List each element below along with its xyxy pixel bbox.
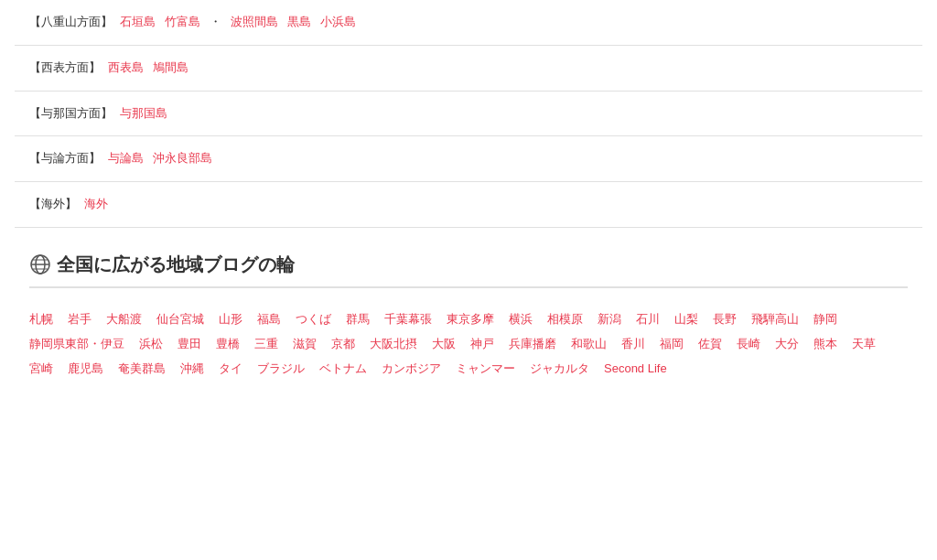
section-links-iriomote: 西表島鳩間島	[108, 59, 188, 78]
regional-link[interactable]: 天草	[852, 335, 876, 354]
section-label-iriomote: 【西表方面】	[29, 59, 101, 78]
regional-link[interactable]: 石川	[636, 310, 660, 329]
regional-link[interactable]: 鹿児島	[68, 360, 103, 379]
link-沖永良部島[interactable]: 沖永良部島	[153, 149, 212, 168]
link-海外[interactable]: 海外	[84, 195, 108, 214]
section-row-yoron: 【与論方面】与論島沖永良部島	[15, 136, 922, 182]
regional-link[interactable]: 福岡	[660, 335, 684, 354]
regional-link[interactable]: 浜松	[139, 335, 163, 354]
regional-link[interactable]: 大分	[775, 335, 799, 354]
regional-link[interactable]: 奄美群島	[118, 360, 166, 379]
regional-link[interactable]: ジャカルタ	[530, 360, 589, 379]
regional-title: 全国に広がる地域ブログの輪	[29, 250, 908, 288]
section-row-yaeyama: 【八重山方面】石垣島竹富島・波照間島黒島小浜島	[15, 0, 922, 46]
dot-separator: ・	[210, 13, 221, 32]
globe-icon	[29, 253, 51, 275]
link-黒島[interactable]: 黒島	[287, 13, 311, 32]
regional-link[interactable]: Second Life	[604, 360, 667, 379]
regional-link[interactable]: タイ	[219, 360, 242, 379]
section-row-yonaguni: 【与那国方面】与那国島	[15, 92, 922, 137]
section-label-yaeyama: 【八重山方面】	[29, 13, 113, 32]
link-与論島[interactable]: 与論島	[108, 149, 144, 168]
regional-link[interactable]: 長崎	[737, 335, 760, 354]
regional-link[interactable]: 千葉幕張	[384, 310, 432, 329]
link-石垣島[interactable]: 石垣島	[120, 13, 156, 32]
regional-link[interactable]: 沖縄	[180, 360, 204, 379]
regional-link[interactable]: 三重	[254, 335, 278, 354]
regional-link[interactable]: 福島	[257, 310, 281, 329]
regional-link[interactable]: 熊本	[813, 335, 837, 354]
section-links-yaeyama: 石垣島竹富島・波照間島黒島小浜島	[120, 13, 356, 32]
regional-link[interactable]: 大阪北摂	[370, 335, 417, 354]
section-row-iriomote: 【西表方面】西表島鳩間島	[15, 46, 922, 92]
regional-link[interactable]: カンボジア	[382, 360, 441, 379]
regional-link[interactable]: 横浜	[509, 310, 533, 329]
regional-link[interactable]: 豊田	[178, 335, 201, 354]
section-links-yoron: 与論島沖永良部島	[108, 149, 212, 168]
regional-link[interactable]: 兵庫播磨	[509, 335, 556, 354]
section-links-overseas: 海外	[84, 195, 108, 214]
regional-link[interactable]: 静岡県東部・伊豆	[29, 335, 124, 354]
regional-link[interactable]: 札幌	[29, 310, 53, 329]
regional-section: 全国に広がる地域ブログの輪 札幌岩手大船渡仙台宮城山形福島つくば群馬千葉幕張東京…	[15, 228, 922, 400]
regional-link[interactable]: 京都	[331, 335, 355, 354]
regional-link[interactable]: 山梨	[674, 310, 698, 329]
regional-link[interactable]: ベトナム	[319, 360, 367, 379]
regional-link[interactable]: 豊橋	[216, 335, 240, 354]
regional-link[interactable]: 和歌山	[571, 335, 607, 354]
regional-link[interactable]: 相模原	[547, 310, 583, 329]
link-小浜島[interactable]: 小浜島	[320, 13, 356, 32]
regional-link[interactable]: 香川	[621, 335, 645, 354]
regional-link[interactable]: ブラジル	[257, 360, 305, 379]
regional-link[interactable]: 岩手	[68, 310, 92, 329]
regional-link[interactable]: 群馬	[346, 310, 370, 329]
regional-links: 札幌岩手大船渡仙台宮城山形福島つくば群馬千葉幕張東京多摩横浜相模原新潟石川山梨長…	[29, 303, 908, 385]
regional-link[interactable]: 大阪	[432, 335, 456, 354]
regional-link[interactable]: 佐賀	[698, 335, 722, 354]
link-与那国島[interactable]: 与那国島	[120, 104, 167, 124]
regional-link[interactable]: 山形	[219, 310, 242, 329]
section-row-overseas: 【海外】海外	[15, 182, 922, 228]
link-波照間島[interactable]: 波照間島	[231, 13, 278, 32]
regional-link[interactable]: 東京多摩	[447, 310, 494, 329]
regional-link[interactable]: ミャンマー	[456, 360, 515, 379]
regional-title-text: 全国に広がる地域ブログの輪	[57, 250, 295, 279]
regional-link[interactable]: 神戸	[470, 335, 494, 354]
link-竹富島[interactable]: 竹富島	[165, 13, 200, 32]
regional-link[interactable]: 滋賀	[293, 335, 317, 354]
section-label-yonaguni: 【与那国方面】	[29, 104, 113, 124]
link-西表島[interactable]: 西表島	[108, 59, 144, 78]
section-links-yonaguni: 与那国島	[120, 104, 167, 124]
section-label-yoron: 【与論方面】	[29, 149, 101, 168]
regional-link[interactable]: 飛騨高山	[751, 310, 799, 329]
section-label-overseas: 【海外】	[29, 195, 77, 214]
regional-link[interactable]: 仙台宮城	[156, 310, 204, 329]
regional-link[interactable]: 長野	[713, 310, 737, 329]
regional-link[interactable]: 大船渡	[106, 310, 142, 329]
regional-link[interactable]: 宮崎	[29, 360, 53, 379]
regional-link[interactable]: 新潟	[598, 310, 621, 329]
regional-link[interactable]: つくば	[296, 310, 331, 329]
link-鳩間島[interactable]: 鳩間島	[153, 59, 188, 78]
regional-link[interactable]: 静岡	[813, 310, 837, 329]
